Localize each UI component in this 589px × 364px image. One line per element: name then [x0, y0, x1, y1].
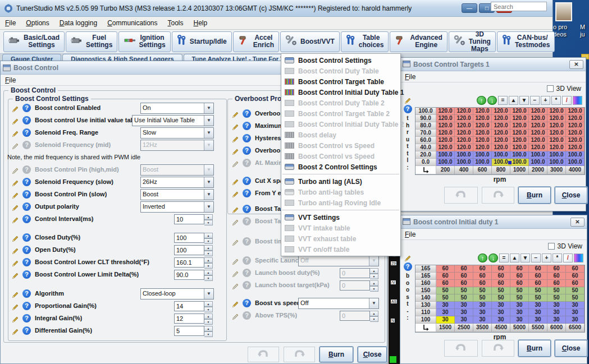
spin-up-icon[interactable]: ▲ [204, 214, 213, 220]
table-cell[interactable]: 120.0 [510, 144, 529, 151]
pencil-icon[interactable] [232, 148, 239, 155]
table-cell[interactable]: 60 [436, 265, 455, 273]
setting-select[interactable]: Off▼ [298, 298, 379, 309]
spinner-buttons[interactable]: ▲▼ [204, 233, 213, 243]
row-header[interactable]: 100 [416, 316, 436, 324]
titlebar[interactable]: TunerStudio MS v2.5.05 99 Turbo MS3 (MS3… [0, 0, 553, 17]
table-cell[interactable]: 120.0 [492, 130, 510, 137]
table-cell[interactable]: 30 [492, 309, 510, 316]
table-cell[interactable]: 30 [510, 302, 529, 309]
setting-spinner[interactable]: 90.0▲▼ [174, 270, 213, 280]
table-cell[interactable]: 120.0 [473, 137, 492, 144]
spin-up-icon[interactable]: ▲ [204, 233, 213, 238]
increase-icon[interactable]: + [541, 96, 550, 105]
table-cell[interactable]: 120.0 [436, 108, 455, 115]
pencil-icon[interactable] [12, 328, 19, 335]
close-window-button[interactable]: Close [555, 187, 587, 204]
column-header[interactable]: 3000 [547, 166, 566, 174]
table-cell[interactable]: 60 [455, 280, 473, 287]
column-header[interactable]: 200 [436, 166, 455, 174]
row-header[interactable]: 165 [416, 273, 436, 280]
table-cell[interactable]: 30 [492, 316, 510, 324]
table-cell[interactable]: 120.0 [529, 108, 547, 115]
table-cell[interactable]: 30 [436, 309, 455, 316]
chevron-down-icon[interactable]: ▼ [204, 190, 213, 200]
toolbar-button-advanced[interactable]: Advanced Engine [390, 31, 447, 52]
table-cell[interactable]: 120.0 [547, 108, 566, 115]
help-icon[interactable]: ? [22, 246, 31, 254]
spin-up-icon[interactable]: ▲ [204, 245, 213, 251]
search-input[interactable] [491, 2, 547, 11]
table-cell[interactable]: 120.0 [455, 137, 473, 144]
column-header[interactable]: 2000 [529, 166, 547, 174]
table-cell[interactable]: 50 [492, 287, 510, 294]
table-cell[interactable]: 120.0 [547, 144, 566, 151]
table-cell[interactable]: 100.0 [473, 151, 492, 159]
spinner-value[interactable]: 5 [174, 326, 204, 336]
spinner-value[interactable]: 12 [174, 314, 204, 324]
table-cell[interactable]: 50 [547, 294, 566, 302]
pencil-icon[interactable] [12, 216, 19, 223]
menu-options[interactable]: Options [21, 17, 54, 29]
table-cell[interactable]: 30 [473, 309, 492, 316]
table-cell[interactable]: 100.0 [547, 159, 566, 166]
table-cell[interactable]: 60 [566, 265, 585, 273]
increment-up-icon[interactable]: ↑ [477, 96, 486, 105]
table-cell[interactable]: 50 [510, 287, 529, 294]
table-cell[interactable]: 30 [473, 302, 492, 309]
table-cell[interactable]: 120.0 [455, 115, 473, 122]
table-cell[interactable]: 120.0 [436, 115, 455, 122]
toolbar-button-accel[interactable]: Accel Enrich [233, 31, 279, 52]
column-header[interactable]: 6000 [547, 324, 566, 332]
help-icon[interactable]: ? [22, 270, 31, 279]
table-cell[interactable]: 120.0 [492, 115, 510, 122]
table-cell[interactable]: 120.0 [510, 122, 529, 130]
table-cell[interactable]: 120.0 [455, 122, 473, 130]
burn-button[interactable]: Burn [518, 340, 551, 357]
setting-spinner[interactable]: 10▲▼ [174, 214, 213, 224]
table-cell[interactable]: 60 [492, 265, 510, 273]
column-header[interactable]: 1500 [436, 324, 455, 332]
pencil-icon[interactable] [232, 178, 239, 185]
help-icon[interactable]: ? [22, 215, 31, 223]
table-cell[interactable]: 30 [529, 309, 547, 316]
table-cell[interactable]: 60 [529, 265, 547, 273]
table-cell[interactable]: 120.0 [566, 130, 585, 137]
table-cell[interactable]: 60 [510, 273, 529, 280]
table-cell[interactable]: 120.0 [492, 144, 510, 151]
targets-titlebar[interactable]: Boost Control Targets 1✕ [400, 58, 586, 71]
setting-spinner[interactable]: 160.1▲▼ [174, 257, 213, 268]
increment-up-icon[interactable]: ↑ [478, 254, 487, 262]
row-header[interactable]: 110 [416, 309, 436, 316]
help-icon[interactable]: ? [243, 177, 251, 185]
spin-down-icon[interactable]: ▼ [204, 238, 213, 244]
table-cell[interactable]: 120.0 [436, 144, 455, 151]
spin-up-icon[interactable]: ▲ [204, 314, 213, 319]
toolbar-button-3d[interactable]: 3D Tuning Maps [449, 31, 496, 52]
table-cell[interactable]: 120.0 [473, 144, 492, 151]
menu-item-turbo-anti-lag-als-[interactable]: Turbo anti lag (ALS) [281, 176, 400, 187]
table-cell[interactable]: 50 [566, 294, 585, 302]
table-cell[interactable]: 30 [473, 316, 492, 324]
table-cell[interactable]: 50 [547, 287, 566, 294]
toolbar-button-startup[interactable]: Startup/Idle [172, 31, 232, 52]
table-cell[interactable]: 120.0 [473, 115, 492, 122]
burn-button[interactable]: Burn [319, 347, 353, 362]
spin-up-icon[interactable]: ▲ [204, 301, 213, 307]
table-cell[interactable]: 30 [492, 302, 510, 309]
table-cell[interactable]: 60 [547, 273, 566, 280]
table-cell[interactable]: 120.0 [473, 108, 492, 115]
close-window-icon[interactable]: ✕ [570, 218, 585, 227]
chevron-down-icon[interactable]: ▼ [204, 202, 213, 212]
pencil-icon[interactable] [12, 204, 19, 211]
chevron-down-icon[interactable]: ▼ [369, 298, 378, 308]
table-cell[interactable]: 50 [455, 294, 473, 302]
toolbar-button-table[interactable]: Table choices [341, 31, 389, 52]
spinner-buttons[interactable]: ▲▼ [204, 326, 213, 336]
pencil-icon[interactable] [232, 300, 239, 307]
table-cell[interactable]: 120.0 [547, 130, 566, 137]
view-3d-toggle[interactable]: 3D View [548, 242, 582, 250]
table-cell[interactable]: 100.0 [529, 159, 547, 166]
table-cell[interactable]: 100.0 [510, 159, 529, 166]
spinner-buttons[interactable]: ▲▼ [204, 314, 213, 324]
